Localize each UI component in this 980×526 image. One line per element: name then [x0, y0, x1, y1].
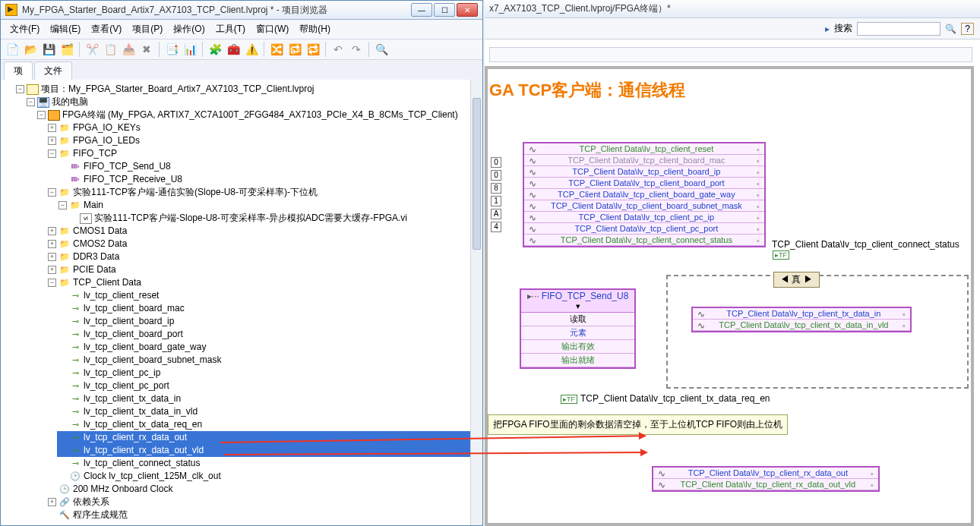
menu-project[interactable]: 项目(P)	[128, 21, 167, 37]
tree-signal[interactable]: ·⊸lv_tcp_client_board_subnet_mask	[57, 354, 482, 367]
signal-icon: ⊸	[69, 381, 81, 392]
tb-hier1-icon[interactable]: 🔀	[268, 41, 285, 58]
search-input[interactable]	[857, 22, 940, 36]
constant-value[interactable]: 0	[491, 157, 501, 168]
search-chevron-icon[interactable]: ▸	[825, 24, 830, 34]
tree-fifo[interactable]: ·III›FIFO_TCP_Send_U8	[57, 160, 482, 173]
search-icon[interactable]: 🔍	[945, 24, 956, 34]
tree-folder[interactable]: +📁FPGA_IO_LEDs	[46, 134, 482, 147]
minimize-button[interactable]: —	[411, 3, 432, 17]
bundle-signal-row[interactable]: ∿TCP_Client Data\lv_tcp_client_board_gat…	[524, 189, 764, 200]
tree-mypc[interactable]: −🖥️我的电脑	[25, 96, 482, 109]
tb-run-icon[interactable]: 📑	[163, 41, 180, 58]
help-icon[interactable]: ?	[961, 23, 974, 35]
menu-file[interactable]: 文件(F)	[5, 21, 44, 37]
tree-signal[interactable]: ·⊸lv_tcp_client_board_port	[57, 328, 482, 341]
menu-tools[interactable]: 工具(T)	[211, 21, 250, 37]
tree-folder[interactable]: +📁CMOS1 Data	[46, 225, 482, 238]
rx-bundle-block[interactable]: ∿TCP_Client Data\lv_tcp_client_rx_data_o…	[652, 466, 880, 492]
bundle-signal-row[interactable]: ∿TCP_Client Data\lv_tcp_client_pc_ip◦	[524, 212, 764, 223]
tb-open-icon[interactable]: 📄	[4, 41, 21, 58]
constant-value[interactable]: 4	[491, 222, 501, 232]
tree-folder[interactable]: +📁PCIE Data	[46, 263, 482, 276]
constant-value[interactable]: 8	[491, 183, 501, 194]
project-tree[interactable]: −项目：My_FPGA_Starter_Board_Artix7_AX7103_…	[1, 80, 482, 524]
tx-bundle-block[interactable]: ∿TCP_Client Data\lv_tcp_client_tx_data_i…	[691, 307, 912, 332]
tree-signal[interactable]: ·⊸lv_tcp_client_reset	[57, 289, 482, 302]
tree-folder[interactable]: −📁Main	[57, 199, 482, 212]
signal-icon: ⊸	[69, 394, 81, 405]
menu-operate[interactable]: 操作(O)	[169, 21, 209, 37]
bundle-signal-row[interactable]: ∿TCP_Client Data\lv_tcp_client_rx_data_o…	[653, 479, 878, 490]
tree-signal[interactable]: ·⊸lv_tcp_client_pc_ip	[57, 367, 482, 380]
tree-root[interactable]: −项目：My_FPGA_Starter_Board_Artix7_AX7103_…	[14, 83, 482, 96]
tree-scrollbar[interactable]	[470, 80, 482, 525]
close-button[interactable]: ✕	[457, 3, 478, 17]
tb-hier3-icon[interactable]: 🔁	[305, 41, 321, 58]
menu-view[interactable]: 查看(V)	[87, 21, 126, 37]
maximize-button[interactable]: ☐	[434, 3, 455, 17]
bundle-signal-row[interactable]: ∿TCP_Client Data\lv_tcp_client_connect_s…	[524, 235, 764, 246]
constant-value[interactable]: 0	[491, 170, 501, 181]
tree-fifo[interactable]: ·III›FIFO_TCP_Receive_U8	[57, 173, 482, 186]
case-selector[interactable]: ◀ 真 ▶	[773, 272, 820, 288]
tb-hier2-icon[interactable]: 🔂	[286, 41, 303, 58]
bundle-signal-row[interactable]: ∿TCP_Client Data\lv_tcp_client_tx_data_i…	[693, 308, 910, 320]
bundle-signal-row[interactable]: ∿TCP_Client Data\lv_tcp_client_rx_data_o…	[653, 468, 878, 479]
tree-signal[interactable]: ·⊸lv_tcp_client_tx_data_req_en	[57, 418, 482, 431]
tree-deps[interactable]: +🔗依赖关系	[46, 496, 482, 509]
tb-resolve-icon[interactable]: 📊	[182, 41, 198, 58]
bundle-signal-row[interactable]: ∿TCP_Client Data\lv_tcp_client_board_por…	[524, 178, 764, 189]
bundle-signal-row[interactable]: ∿TCP_Client Data\lv_tcp_client_tx_data_i…	[693, 320, 910, 331]
tf-indicator: ▸TF	[561, 395, 577, 404]
project-tree-panel[interactable]: −项目：My_FPGA_Starter_Board_Artix7_AX7103_…	[1, 80, 482, 525]
fifo-read-block[interactable]: ▸∙∙∙ FIFO_TCP_Send_U8 ▾ 读取 元素 输出有效 输出就绪	[520, 288, 636, 369]
labview-icon	[5, 4, 17, 16]
tree-signal[interactable]: ·⊸lv_tcp_client_board_mac	[57, 302, 482, 315]
project-icon	[27, 84, 39, 95]
tree-fpga-target[interactable]: −FPGA终端 (My_FPGA, ARTIX7_XC7A100T_2FGG48…	[36, 109, 482, 121]
tab-files[interactable]: 文件	[34, 61, 72, 80]
tree-signal[interactable]: ·⊸lv_tcp_client_tx_data_in_vld	[57, 405, 482, 418]
constant-value[interactable]: A	[491, 209, 501, 219]
tree-folder[interactable]: +📁DDR3 Data	[46, 250, 482, 263]
tree-signal[interactable]: ·⊸lv_tcp_client_connect_status	[57, 457, 482, 470]
tb-find-icon[interactable]: 🔍	[373, 41, 390, 58]
tree-folder[interactable]: +📁CMOS2 Data	[46, 238, 482, 250]
tree-signal-label: lv_tcp_client_board_mac	[84, 302, 185, 315]
tree-signal[interactable]: ·⊸lv_tcp_client_pc_port	[57, 380, 482, 392]
tb-copy-icon: 📋	[102, 41, 119, 58]
menu-window[interactable]: 窗口(W)	[251, 21, 293, 37]
tree-signal[interactable]: ·🕑Clock lv_tcp_client_125M_clk_out	[57, 470, 482, 483]
tree-signal[interactable]: ·⊸lv_tcp_client_board_gate_way	[57, 341, 482, 354]
tree-signal[interactable]: ·⊸lv_tcp_client_tx_data_in	[57, 392, 482, 405]
scrollbar-thumb[interactable]	[473, 98, 481, 250]
menu-help[interactable]: 帮助(H)	[295, 21, 335, 37]
breadcrumb-bar[interactable]	[489, 47, 972, 62]
tb-saveall-icon[interactable]: 🗂️	[58, 41, 75, 58]
signal-icon: ⊸	[69, 304, 81, 314]
menu-edit[interactable]: 编辑(E)	[46, 21, 85, 37]
bundle-signal-row[interactable]: ∿TCP_Client Data\lv_tcp_client_board_sub…	[524, 200, 764, 212]
bundle-block[interactable]: ∿TCP_Client Data\lv_tcp_client_reset◦∿TC…	[523, 142, 766, 247]
tb-save-icon[interactable]: 💾	[40, 41, 57, 58]
tree-clock[interactable]: ·🕒200 MHz Onboard Clock	[46, 483, 482, 496]
bundle-signal-row[interactable]: ∿TCP_Client Data\lv_tcp_client_reset◦	[524, 143, 764, 155]
bundle-signal-row[interactable]: ∿TCP_Client Data\lv_tcp_client_pc_port◦	[524, 223, 764, 235]
tree-signal[interactable]: ·⊸lv_tcp_client_board_ip	[57, 315, 482, 328]
tree-folder[interactable]: +📁FPGA_IO_KEYs	[46, 121, 482, 134]
tb-warn-icon[interactable]: ⚠️	[243, 41, 260, 58]
bundle-signal-row[interactable]: ∿TCP_Client Data\lv_tcp_client_board_ip◦	[524, 166, 764, 178]
tree-build[interactable]: ·🔨程序生成规范	[46, 509, 482, 521]
tree-vi[interactable]: ·vi实验111-TCP客户端-Slope-U8-可变采样率-异步模拟ADC需要…	[68, 212, 482, 225]
tb-prop-icon[interactable]: 🧩	[207, 41, 223, 58]
constant-value[interactable]: 1	[491, 196, 501, 206]
bundle-signal-row[interactable]: ∿TCP_Client Data\lv_tcp_client_board_mac…	[524, 155, 764, 166]
folder-icon: 📁	[58, 136, 71, 146]
tree-folder[interactable]: −📁FIFO_TCP	[46, 147, 482, 160]
tb-conf-icon[interactable]: 🧰	[225, 41, 242, 58]
tree-folder[interactable]: −📁TCP_Client Data	[46, 276, 482, 289]
tree-folder[interactable]: −📁实验111-TCP客户端-通信实验(Slope-U8-可变采样率)-下位机	[46, 186, 482, 199]
tab-items[interactable]: 项	[4, 61, 33, 80]
tb-open2-icon[interactable]: 📂	[22, 41, 39, 58]
